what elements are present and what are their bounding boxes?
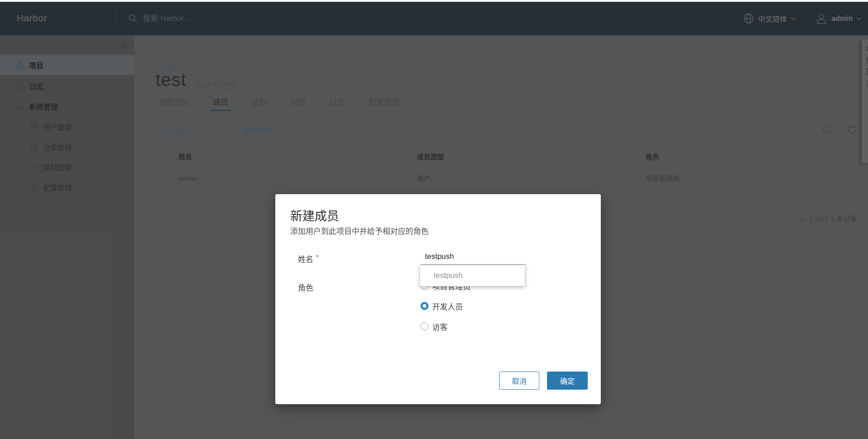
modal-title: 新建成员 <box>290 206 339 224</box>
member-name-input[interactable] <box>420 249 526 265</box>
name-field-label: 姓名* <box>298 253 319 264</box>
radio-icon[interactable] <box>420 302 429 310</box>
harbor-app: Harbor 中文简体 <box>0 0 868 439</box>
radio-icon[interactable] <box>420 322 429 330</box>
new-member-modal: 新建成员 添加用户到此项目中并给予相对应的角色 姓名* 角色 项目管理员 开发人… <box>275 194 601 404</box>
page-top-strip <box>0 0 868 2</box>
ok-button[interactable]: 确定 <box>547 372 588 390</box>
name-suggestion-dropdown: testpush <box>420 265 525 286</box>
modal-buttons: 取消 确定 <box>499 372 588 390</box>
modal-subtitle: 添加用户到此项目中并给予相对应的角色 <box>290 225 429 236</box>
cancel-button[interactable]: 取消 <box>499 372 539 390</box>
role-field-label: 角色 <box>298 282 313 293</box>
role-radio-guest[interactable]: 访客 <box>420 322 448 330</box>
required-asterisk: * <box>316 253 319 261</box>
suggestion-item[interactable]: testpush <box>420 266 525 286</box>
role-radio-developer[interactable]: 开发人员 <box>420 302 463 310</box>
